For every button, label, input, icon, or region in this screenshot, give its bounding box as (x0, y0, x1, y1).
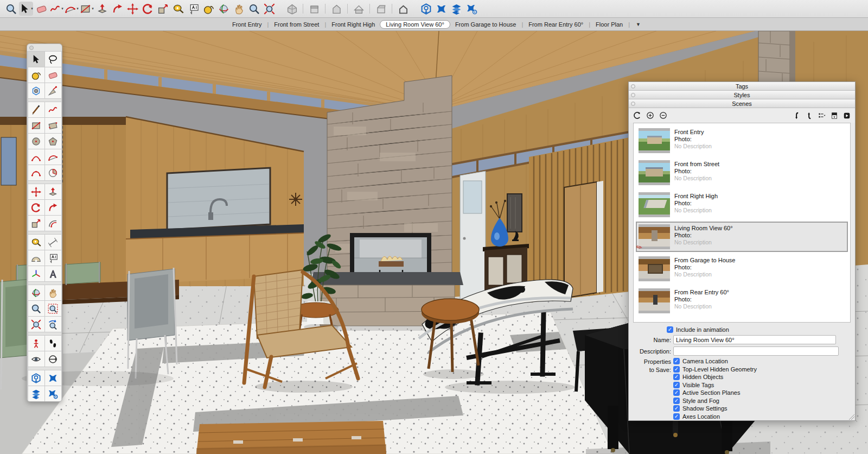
palette-freehand-tool[interactable] (45, 102, 61, 117)
palette-3d-text-tool[interactable] (45, 266, 61, 281)
back-view-button[interactable] (307, 2, 321, 16)
scene-item-living-room-view[interactable]: ✎ Living Room View 60° Photo: No Descrip… (636, 222, 848, 252)
palette-extension-shield-tool[interactable] (28, 370, 44, 386)
palette-text-tool[interactable] (45, 250, 61, 266)
palette-pan-tool[interactable] (45, 285, 61, 300)
text-tool-button[interactable] (186, 2, 200, 16)
palette-select-tool[interactable] (28, 52, 44, 67)
palette-tape-measure-tool[interactable] (28, 235, 44, 250)
extension-layers-button[interactable] (449, 2, 463, 16)
extension-shield-button[interactable] (419, 2, 433, 16)
panel-resize-handle[interactable] (849, 414, 854, 420)
collapse-circle-icon[interactable] (631, 102, 635, 106)
palette-paint-bucket-tool[interactable] (28, 67, 44, 83)
arc-tool-button[interactable]: ▾ (65, 2, 79, 16)
add-scene-button[interactable] (646, 111, 654, 119)
active-section-planes-checkbox[interactable]: ✓ (673, 389, 680, 396)
pan-tool-button[interactable] (232, 2, 246, 16)
palette-rotate-tool[interactable] (28, 200, 44, 215)
interior-door-wood[interactable] (564, 181, 603, 298)
move-scene-up-button[interactable] (806, 112, 813, 119)
remove-scene-button[interactable] (659, 111, 667, 119)
scene-item-front-right-high[interactable]: Front Right High Photo: No Description (636, 190, 848, 220)
palette-position-camera-tool[interactable] (28, 336, 44, 351)
include-in-animation-checkbox[interactable]: ✓ (667, 326, 673, 333)
extension-cross-gear-button[interactable] (464, 2, 478, 16)
tape-measure-tool-button[interactable] (171, 2, 185, 16)
palette-orbit-tool[interactable] (28, 285, 44, 300)
rotate-tool-button[interactable] (141, 2, 155, 16)
palette-follow-me-tool[interactable] (45, 200, 61, 215)
iso-view-button[interactable] (285, 2, 299, 16)
view-options-button[interactable] (818, 112, 826, 119)
zoom-tool-button[interactable] (4, 2, 18, 16)
update-scene-button[interactable] (633, 111, 641, 119)
palette-make-component-tool[interactable] (28, 83, 44, 98)
palette-zoom-tool[interactable] (28, 301, 44, 316)
zoom-extents-button[interactable] (262, 2, 276, 16)
visible-tags-checkbox[interactable]: ✓ (673, 382, 680, 388)
palette-polygon-tool[interactable] (45, 134, 61, 149)
rectangle-tool-button[interactable]: ▾ (80, 2, 94, 16)
tab-from-rear-entry[interactable]: From Rear Entry 60° (524, 20, 588, 29)
freehand-tool-button[interactable]: ▾ (49, 2, 63, 16)
palette-walk-tool[interactable] (45, 336, 61, 351)
palette-extension-cross-tool[interactable] (45, 370, 61, 386)
extension-cross-button[interactable] (434, 2, 448, 16)
scenes-section-header[interactable]: Scenes (629, 99, 855, 108)
house-outline-view-button[interactable] (396, 2, 410, 16)
palette-rotated-rectangle-tool[interactable] (45, 118, 61, 133)
palette-title-bar[interactable] (27, 44, 62, 51)
interior-door-white[interactable] (460, 171, 486, 301)
section-view-button[interactable] (374, 2, 388, 16)
palette-three-point-arc-tool[interactable] (28, 165, 44, 180)
axes-location-checkbox[interactable]: ✓ (673, 413, 680, 420)
hidden-objects-checkbox[interactable]: ✓ (673, 374, 680, 380)
close-icon[interactable] (29, 46, 34, 50)
tab-front-right-high[interactable]: Front Right High (327, 20, 380, 29)
palette-zoom-previous-tool[interactable] (45, 317, 61, 332)
scale-tool-button[interactable] (156, 2, 170, 16)
show-panel-button[interactable] (843, 112, 851, 119)
palette-axes-tool[interactable] (28, 266, 44, 281)
scene-item-front-from-street[interactable]: Front from Street Photo: No Description (636, 157, 848, 188)
kitchen-window[interactable] (167, 168, 270, 230)
collapse-circle-icon[interactable] (631, 93, 635, 97)
palette-circle-tool[interactable] (28, 134, 44, 149)
move-tool-button[interactable] (125, 2, 139, 16)
select-tool-button[interactable]: ▾ (19, 2, 33, 16)
push-pull-tool-button[interactable] (95, 2, 109, 16)
tab-front-from-street[interactable]: Front from Street (269, 20, 324, 29)
scene-list[interactable]: Front Entry Photo: No Description Front … (633, 123, 851, 323)
palette-navigation-tool[interactable] (45, 351, 61, 367)
palette-push-pull-tool[interactable] (45, 184, 61, 199)
palette-dimension-tool[interactable] (45, 235, 61, 250)
tab-living-room-view[interactable]: Living Room View 60° (380, 20, 450, 29)
tab-front-entry[interactable]: Front Entry (227, 20, 266, 29)
palette-offset-tool[interactable] (45, 216, 61, 231)
palette-arc-tool[interactable] (28, 149, 44, 165)
style-and-fog-checkbox[interactable]: ✓ (673, 398, 680, 404)
top-level-hidden-geometry-checkbox[interactable]: ✓ (673, 366, 680, 373)
tray-panel[interactable]: Tags Styles Scenes Front Entry Photo: No… (628, 81, 856, 421)
palette-extension-layers-tool[interactable] (28, 386, 44, 401)
scene-item-front-entry[interactable]: Front Entry Photo: No Description (636, 125, 848, 156)
eraser-tool-button[interactable] (34, 2, 48, 16)
palette-move-tool[interactable] (28, 184, 44, 199)
palette-zoom-extents-tool[interactable] (28, 317, 44, 332)
palette-extension-cross-gear-tool[interactable] (45, 386, 61, 401)
mirror[interactable] (507, 194, 522, 232)
palette-eraser-tool[interactable] (45, 67, 61, 83)
description-input[interactable] (673, 346, 839, 356)
top-view-button[interactable] (352, 2, 366, 16)
paint-bucket-tool-button[interactable] (201, 2, 215, 16)
palette-scale-tool[interactable] (28, 216, 44, 231)
camera-location-checkbox[interactable]: ✓ (673, 358, 680, 364)
shadow-settings-checkbox[interactable]: ✓ (673, 405, 680, 412)
palette-line-tool[interactable] (28, 102, 44, 117)
palette-protractor-tool[interactable] (28, 250, 44, 266)
coffee-table[interactable] (196, 421, 386, 454)
palette-pie-sector-tool[interactable] (45, 165, 61, 180)
tab-overflow-button[interactable]: ▼ (636, 22, 641, 27)
show-details-button[interactable] (831, 112, 838, 119)
